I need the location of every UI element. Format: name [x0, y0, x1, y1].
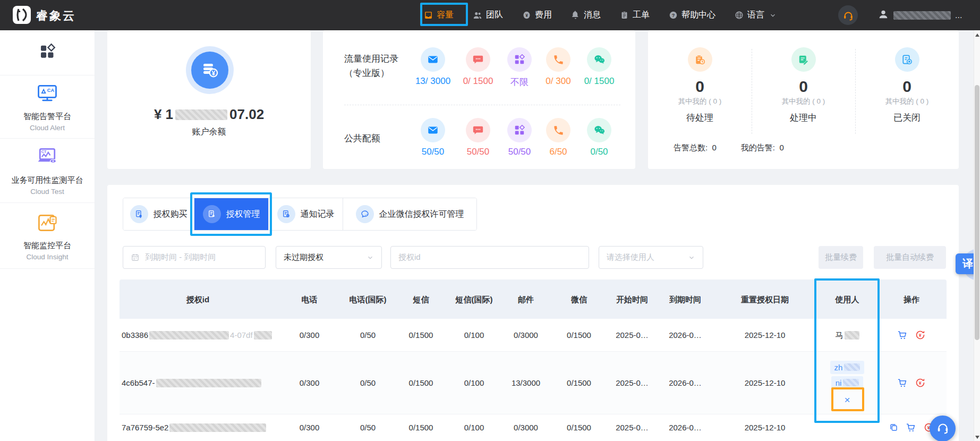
nav-item-language[interactable]: 语言 — [735, 10, 777, 21]
cell-wechat: 0/1500 — [552, 377, 606, 388]
cell-wechat: 0/1500 — [552, 329, 606, 341]
quota-email: 50/50 — [411, 118, 455, 157]
cart-icon[interactable] — [897, 330, 908, 341]
nav-item-fee[interactable]: ¥ 费用 — [522, 10, 552, 21]
cell-sms: 0/1500 — [393, 422, 449, 433]
calendar-icon — [131, 253, 140, 262]
balance-amount: ¥ 1 07.02 — [107, 106, 311, 123]
cart-icon[interactable] — [906, 422, 916, 433]
svg-text:CT: CT — [41, 149, 47, 154]
sidebar-item-cloud-alert[interactable]: CA 智能告警平台 Cloud Alert — [0, 75, 95, 139]
user-redacted — [843, 379, 859, 386]
renew-icon[interactable]: ¥ — [915, 329, 926, 341]
cell-phone-intl: 0/50 — [343, 329, 393, 341]
chevron-down-icon — [688, 254, 695, 261]
usage-wechat: 0/ 1500 — [577, 47, 621, 87]
nav-item-capacity[interactable]: 容量 — [424, 10, 454, 21]
globe-icon — [735, 11, 744, 20]
quota-phone: 6/50 — [536, 118, 581, 157]
tab-auth-manage[interactable]: 授权管理 — [194, 198, 269, 230]
svg-text:CA: CA — [47, 88, 55, 93]
svg-text:¥: ¥ — [525, 13, 528, 18]
cart-icon[interactable] — [897, 378, 908, 388]
user-tag[interactable]: ni — [831, 376, 864, 389]
user-name-redacted — [893, 11, 951, 20]
cell-auth-id: 0b3386 4-07df — [120, 329, 276, 341]
renew-icon[interactable]: ¥ — [915, 377, 926, 388]
license-buy-icon — [130, 205, 148, 223]
wechat-icon — [587, 47, 611, 72]
user-select[interactable]: 请选择使用人 — [599, 246, 703, 269]
sms-icon — [466, 118, 490, 142]
support-avatar[interactable] — [838, 5, 858, 25]
scrollbar-thumb[interactable] — [975, 85, 979, 340]
alert-mine-label: 我的告警: — [741, 143, 775, 152]
wechat-icon — [587, 118, 611, 142]
user-icon — [877, 9, 889, 22]
svg-text:¥: ¥ — [919, 380, 922, 386]
processing-icon — [791, 47, 816, 72]
chevron-down-icon — [769, 12, 777, 19]
cell-end-date: 2026-0… — [659, 377, 712, 388]
phone-icon — [546, 118, 570, 142]
sidebar-item-cloud-test[interactable]: CT 业务可用性监测平台 Cloud Test — [0, 139, 95, 203]
batch-auto-renew-button[interactable]: 批量自动续费 — [874, 246, 946, 269]
id-redacted — [156, 379, 261, 387]
cell-sms-intl: 0/100 — [449, 377, 499, 388]
batch-renew-button[interactable]: 批量续费 — [819, 246, 863, 269]
sms-icon — [466, 47, 490, 72]
email-icon — [421, 118, 445, 142]
usage-row1-label: 流量使用记录 （专业版） — [344, 52, 398, 80]
app-launcher-button[interactable] — [0, 30, 95, 75]
remove-user-button[interactable]: × — [844, 395, 850, 405]
usage-row2-label: 公共配额 — [344, 131, 380, 146]
cell-start-date: 2025-0… — [606, 329, 659, 341]
alert-stats-card: 0 其中我的 ( 0 ) 待处理 0 其中我的 ( 0 ) 处理中 0 其中我的… — [648, 30, 959, 169]
balance-icon-ring: ¥ — [186, 46, 234, 94]
team-icon — [473, 11, 482, 20]
expiry-date-range-picker[interactable]: 到期时间 - 到期时间 — [123, 246, 266, 269]
scrollbar-down-arrow[interactable] — [975, 436, 979, 439]
app-grid-icon — [39, 43, 56, 62]
support-chat-button[interactable] — [930, 415, 956, 441]
cell-email: 0/3000 — [499, 422, 552, 433]
nav-item-team[interactable]: 团队 — [473, 10, 503, 21]
stat-pending: 0 其中我的 ( 0 ) 待处理 — [648, 30, 752, 124]
tab-auth-purchase[interactable]: 授权购买 — [123, 198, 194, 230]
scrollbar[interactable] — [974, 30, 980, 441]
sidebar-item-cloud-insight[interactable]: 智能监控平台 Cloud Insight — [0, 203, 95, 269]
row-actions: ¥ — [897, 377, 926, 388]
table-row: 4c6b547- 0/300 0/50 0/1500 0/100 13/3000… — [120, 352, 947, 414]
tab-notify-records[interactable]: 通知记录 — [269, 198, 343, 230]
brand-logo[interactable]: 睿象云 — [13, 6, 76, 26]
svg-text:¥: ¥ — [212, 70, 216, 77]
auth-id-input[interactable]: 授权id — [390, 246, 589, 269]
auth-tabs: 授权购买 授权管理 通知记录 企业微信授权许可管理 — [123, 198, 477, 231]
id-redacted — [149, 331, 229, 340]
chevron-down-icon — [367, 254, 374, 261]
cell-email: 13/3000 — [499, 377, 552, 388]
quota-app: 50/50 — [497, 118, 542, 157]
quota-wechat: 0/50 — [577, 118, 621, 157]
top-navbar: 睿象云 容量 团队 ¥ 费用 消息 工单 ? 帮助中心 语言 — [0, 0, 980, 30]
cell-email: 0/3000 — [499, 329, 552, 341]
user-tag[interactable]: zh — [830, 361, 865, 374]
logo-text: 睿象云 — [36, 8, 76, 24]
id-redacted — [169, 423, 266, 432]
nav-item-help[interactable]: ? 帮助中心 — [669, 10, 715, 21]
nav-item-message[interactable]: 消息 — [571, 10, 601, 21]
tab-wecom-license[interactable]: 企业微信授权许可管理 — [343, 198, 476, 230]
cell-end-date: 2026-0… — [659, 329, 712, 341]
cell-start-date: 2025-0… — [606, 422, 659, 433]
scrollbar-up-arrow[interactable] — [975, 33, 979, 37]
filter-bar: 到期时间 - 到期时间 未过期授权 授权id 请选择使用人 批量续费 批量自动续… — [107, 246, 959, 269]
usage-phone: 0/ 300 — [536, 47, 581, 87]
balance-label: 账户余额 — [107, 126, 311, 138]
alert-totals: 告警总数: 0 我的告警: 0 — [674, 143, 784, 153]
user-menu[interactable]: ... — [877, 0, 962, 30]
nav-item-ticket[interactable]: 工单 — [620, 10, 650, 21]
help-icon: ? — [669, 11, 678, 20]
status-select[interactable]: 未过期授权 — [276, 246, 382, 269]
copy-icon[interactable] — [889, 422, 899, 432]
cell-sms-intl: 0/100 — [449, 422, 499, 433]
